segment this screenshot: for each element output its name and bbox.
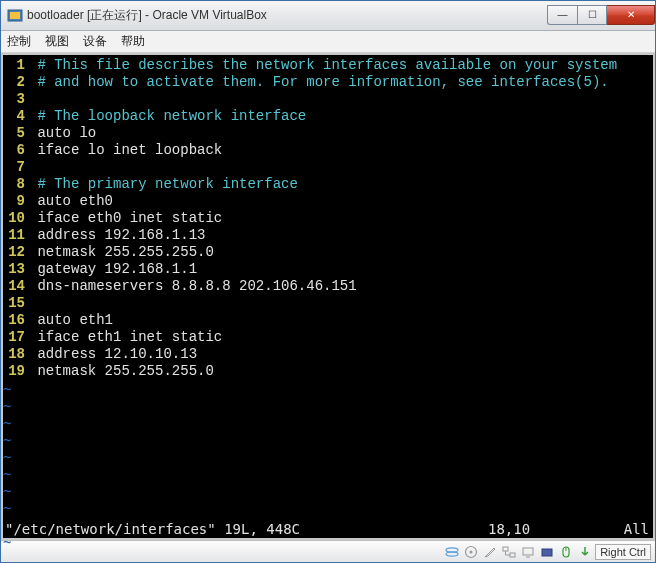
line-text: auto eth1 xyxy=(29,312,113,329)
line-number: 17 xyxy=(3,329,29,346)
editor-line: 17 iface eth1 inet static xyxy=(3,329,653,346)
line-number: 15 xyxy=(3,295,29,312)
vm-statusbar: Right Ctrl xyxy=(1,540,655,562)
editor-line: 12 netmask 255.255.255.0 xyxy=(3,244,653,261)
window-title: bootloader [正在运行] - Oracle VM VirtualBox xyxy=(27,7,547,24)
mouse-icon[interactable] xyxy=(557,544,574,560)
line-number: 5 xyxy=(3,125,29,142)
editor-line: 5 auto lo xyxy=(3,125,653,142)
line-number: 1 xyxy=(3,57,29,74)
line-number: 13 xyxy=(3,261,29,278)
line-text: # The loopback network interface xyxy=(29,108,306,125)
vim-scroll-pct: All xyxy=(608,521,653,538)
vim-statusline: "/etc/network/interfaces" 19L, 448C 18,1… xyxy=(3,521,653,538)
line-text: # The primary network interface xyxy=(29,176,298,193)
window-controls: — ☐ ✕ xyxy=(547,6,655,26)
line-number: 4 xyxy=(3,108,29,125)
line-number: 9 xyxy=(3,193,29,210)
menu-view[interactable]: 视图 xyxy=(45,33,69,50)
editor-line: 18 address 12.10.10.13 xyxy=(3,346,653,363)
line-text: # This file describes the network interf… xyxy=(29,57,617,74)
maximize-button[interactable]: ☐ xyxy=(577,5,607,25)
line-number: 19 xyxy=(3,363,29,380)
editor-line: 6 iface lo inet loopback xyxy=(3,142,653,159)
line-number: 8 xyxy=(3,176,29,193)
arrow-icon[interactable] xyxy=(576,544,593,560)
vm-window: bootloader [正在运行] - Oracle VM VirtualBox… xyxy=(0,0,656,563)
line-number: 10 xyxy=(3,210,29,227)
line-number: 16 xyxy=(3,312,29,329)
line-number: 12 xyxy=(3,244,29,261)
line-number: 14 xyxy=(3,278,29,295)
shared-icon[interactable] xyxy=(538,544,555,560)
menubar: 控制 视图 设备 帮助 xyxy=(1,31,655,53)
line-number: 7 xyxy=(3,159,29,176)
svg-rect-9 xyxy=(542,549,552,556)
terminal[interactable]: 1 # This file describes the network inte… xyxy=(3,55,653,538)
network-icon[interactable] xyxy=(500,544,517,560)
svg-rect-8 xyxy=(523,548,533,555)
line-text: address 192.168.1.13 xyxy=(29,227,205,244)
editor-line: 1 # This file describes the network inte… xyxy=(3,57,653,74)
line-text: dns-nameservers 8.8.8.8 202.106.46.151 xyxy=(29,278,357,295)
titlebar[interactable]: bootloader [正在运行] - Oracle VM VirtualBox… xyxy=(1,1,655,31)
optical-icon[interactable] xyxy=(462,544,479,560)
line-text: netmask 255.255.255.0 xyxy=(29,244,214,261)
pen-icon[interactable] xyxy=(481,544,498,560)
editor-line: 7 xyxy=(3,159,653,176)
menu-devices[interactable]: 设备 xyxy=(83,33,107,50)
editor-line: 3 xyxy=(3,91,653,108)
svg-rect-1 xyxy=(10,12,20,19)
menu-control[interactable]: 控制 xyxy=(7,33,31,50)
line-number: 18 xyxy=(3,346,29,363)
editor-line: 10 iface eth0 inet static xyxy=(3,210,653,227)
editor-line: 4 # The loopback network interface xyxy=(3,108,653,125)
editor-line: 11 address 192.168.1.13 xyxy=(3,227,653,244)
line-text: auto eth0 xyxy=(29,193,113,210)
editor-line: 16 auto eth1 xyxy=(3,312,653,329)
editor-line: 2 # and how to activate them. For more i… xyxy=(3,74,653,91)
line-text: gateway 192.168.1.1 xyxy=(29,261,197,278)
close-button[interactable]: ✕ xyxy=(607,5,655,25)
line-text: iface lo inet loopback xyxy=(29,142,222,159)
menu-help[interactable]: 帮助 xyxy=(121,33,145,50)
editor-line: 14 dns-nameservers 8.8.8.8 202.106.46.15… xyxy=(3,278,653,295)
line-text: iface eth1 inet static xyxy=(29,329,222,346)
editor-line: 8 # The primary network interface xyxy=(3,176,653,193)
editor-line: 19 netmask 255.255.255.0 xyxy=(3,363,653,380)
disk-icon[interactable] xyxy=(443,544,460,560)
line-text: auto lo xyxy=(29,125,96,142)
display-icon[interactable] xyxy=(519,544,536,560)
line-number: 2 xyxy=(3,74,29,91)
line-text: # and how to activate them. For more inf… xyxy=(29,74,609,91)
vim-file-info: "/etc/network/interfaces" 19L, 448C xyxy=(3,521,488,538)
line-number: 11 xyxy=(3,227,29,244)
editor-line: 13 gateway 192.168.1.1 xyxy=(3,261,653,278)
line-text: address 12.10.10.13 xyxy=(29,346,197,363)
line-number: 6 xyxy=(3,142,29,159)
editor-line: 15 xyxy=(3,295,653,312)
svg-rect-7 xyxy=(510,553,515,557)
svg-point-5 xyxy=(469,550,472,553)
host-key-indicator[interactable]: Right Ctrl xyxy=(595,544,651,560)
app-icon xyxy=(7,8,23,24)
editor-line: 9 auto eth0 xyxy=(3,193,653,210)
minimize-button[interactable]: — xyxy=(547,5,577,25)
terminal-container: 1 # This file describes the network inte… xyxy=(1,53,655,540)
vim-cursor-pos: 18,10 xyxy=(488,521,608,538)
line-text: netmask 255.255.255.0 xyxy=(29,363,214,380)
svg-rect-6 xyxy=(503,547,508,551)
line-text: iface eth0 inet static xyxy=(29,210,222,227)
line-number: 3 xyxy=(3,91,29,108)
